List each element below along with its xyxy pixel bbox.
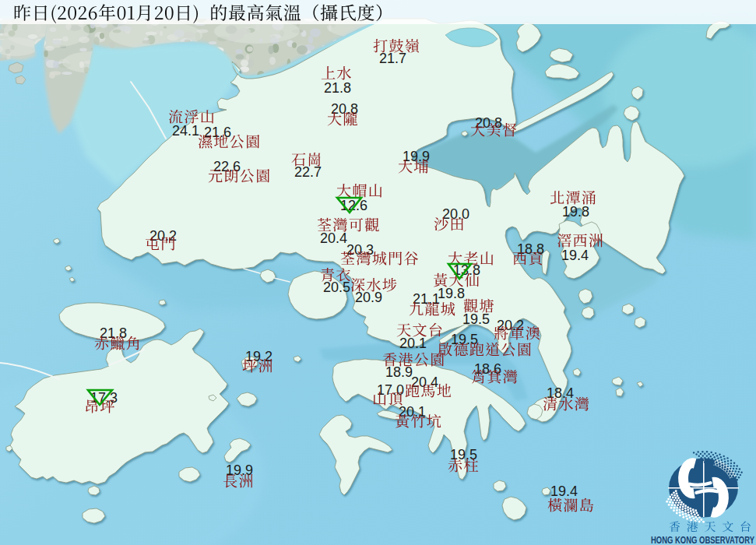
svg-text:21.7: 21.7 xyxy=(379,51,406,66)
svg-text:19.5: 19.5 xyxy=(451,332,478,347)
svg-text:17.0: 17.0 xyxy=(377,382,404,398)
svg-text:18.4: 18.4 xyxy=(547,385,574,401)
svg-text:20.3: 20.3 xyxy=(346,242,374,258)
svg-text:20.1: 20.1 xyxy=(399,404,426,420)
svg-text:21.1: 21.1 xyxy=(413,291,440,307)
svg-text:20.9: 20.9 xyxy=(355,290,382,305)
svg-text:19.2: 19.2 xyxy=(245,349,273,364)
svg-text:22.7: 22.7 xyxy=(294,164,322,180)
svg-text:19.8: 19.8 xyxy=(562,204,589,220)
svg-text:20.5: 20.5 xyxy=(323,280,350,295)
svg-text:19.4: 19.4 xyxy=(550,483,578,499)
svg-text:20.4: 20.4 xyxy=(320,230,347,246)
svg-text:20.4: 20.4 xyxy=(411,374,438,390)
svg-text:HONG KONG OBSERVATORY: HONG KONG OBSERVATORY xyxy=(651,534,754,545)
svg-text:20.0: 20.0 xyxy=(442,206,469,222)
svg-text:18.9: 18.9 xyxy=(385,364,413,380)
svg-text:19.5: 19.5 xyxy=(462,311,490,327)
svg-text:21.8: 21.8 xyxy=(324,80,351,96)
svg-text:19.8: 19.8 xyxy=(438,286,465,301)
svg-text:20.8: 20.8 xyxy=(475,115,502,131)
svg-text:20.1: 20.1 xyxy=(399,336,427,351)
svg-text:19.4: 19.4 xyxy=(561,248,589,263)
svg-text:24.1: 24.1 xyxy=(172,123,199,139)
svg-text:19.9: 19.9 xyxy=(226,462,253,478)
